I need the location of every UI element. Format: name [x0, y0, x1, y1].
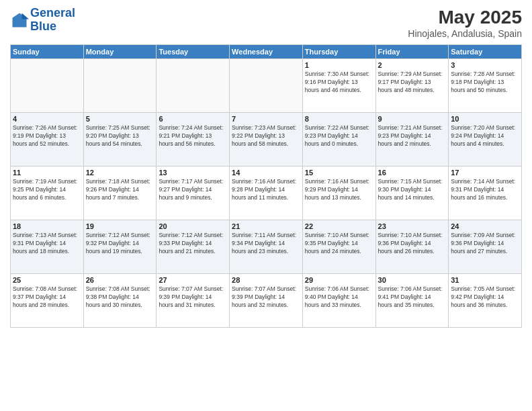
day-info: Sunrise: 7:06 AM Sunset: 9:40 PM Dayligh… — [305, 285, 373, 310]
day-info: Sunrise: 7:07 AM Sunset: 9:39 PM Dayligh… — [159, 285, 227, 310]
calendar-cell: 9Sunrise: 7:21 AM Sunset: 9:23 PM Daylig… — [375, 113, 449, 167]
day-header-thursday: Thursday — [302, 45, 375, 59]
day-number: 19 — [86, 222, 154, 230]
day-info: Sunrise: 7:17 AM Sunset: 9:27 PM Dayligh… — [159, 178, 227, 202]
logo-text: General Blue — [30, 7, 75, 34]
day-header-friday: Friday — [375, 45, 449, 59]
calendar-table: SundayMondayTuesdayWednesdayThursdayFrid… — [10, 44, 522, 328]
calendar-cell: 2Sunrise: 7:29 AM Sunset: 9:17 PM Daylig… — [375, 59, 449, 113]
calendar-cell: 20Sunrise: 7:12 AM Sunset: 9:33 PM Dayli… — [157, 220, 230, 274]
day-number: 28 — [232, 276, 300, 284]
calendar-cell — [157, 59, 230, 113]
calendar-cell: 4Sunrise: 7:26 AM Sunset: 9:19 PM Daylig… — [11, 113, 84, 167]
calendar-cell: 24Sunrise: 7:09 AM Sunset: 9:36 PM Dayli… — [449, 220, 522, 274]
day-info: Sunrise: 7:28 AM Sunset: 9:18 PM Dayligh… — [451, 71, 519, 95]
day-number: 22 — [305, 222, 373, 230]
day-number: 2 — [378, 61, 447, 69]
day-number: 7 — [232, 115, 300, 123]
day-number: 1 — [305, 61, 373, 69]
calendar-cell: 1Sunrise: 7:30 AM Sunset: 9:16 PM Daylig… — [302, 59, 375, 113]
logo-icon — [10, 11, 29, 30]
day-info: Sunrise: 7:06 AM Sunset: 9:41 PM Dayligh… — [378, 285, 447, 310]
day-info: Sunrise: 7:08 AM Sunset: 9:38 PM Dayligh… — [86, 285, 154, 310]
day-header-tuesday: Tuesday — [157, 45, 230, 59]
day-info: Sunrise: 7:29 AM Sunset: 9:17 PM Dayligh… — [378, 71, 447, 95]
calendar-cell: 25Sunrise: 7:08 AM Sunset: 9:37 PM Dayli… — [11, 274, 84, 328]
day-number: 6 — [159, 115, 227, 123]
day-number: 14 — [232, 169, 300, 177]
day-info: Sunrise: 7:11 AM Sunset: 9:34 PM Dayligh… — [232, 232, 300, 256]
day-number: 27 — [159, 276, 227, 284]
day-number: 11 — [13, 169, 81, 177]
calendar-cell: 29Sunrise: 7:06 AM Sunset: 9:40 PM Dayli… — [302, 274, 375, 328]
day-header-sunday: Sunday — [11, 45, 84, 59]
calendar-cell: 31Sunrise: 7:05 AM Sunset: 9:42 PM Dayli… — [449, 274, 522, 328]
day-info: Sunrise: 7:08 AM Sunset: 9:37 PM Dayligh… — [13, 285, 81, 310]
calendar-cell — [83, 59, 157, 113]
logo: General Blue — [10, 7, 75, 34]
calendar-cell: 5Sunrise: 7:25 AM Sunset: 9:20 PM Daylig… — [83, 113, 157, 167]
day-info: Sunrise: 7:15 AM Sunset: 9:30 PM Dayligh… — [378, 178, 447, 202]
calendar-week-2: 11Sunrise: 7:19 AM Sunset: 9:25 PM Dayli… — [11, 167, 522, 220]
calendar-cell — [230, 59, 303, 113]
calendar-week-4: 25Sunrise: 7:08 AM Sunset: 9:37 PM Dayli… — [11, 274, 522, 328]
day-number: 8 — [305, 115, 373, 123]
day-info: Sunrise: 7:23 AM Sunset: 9:22 PM Dayligh… — [232, 124, 300, 148]
month-title: May 2025 — [408, 7, 522, 28]
day-number: 25 — [13, 276, 81, 284]
calendar-cell: 16Sunrise: 7:15 AM Sunset: 9:30 PM Dayli… — [375, 167, 449, 220]
calendar-week-3: 18Sunrise: 7:13 AM Sunset: 9:31 PM Dayli… — [11, 220, 522, 274]
day-info: Sunrise: 7:13 AM Sunset: 9:31 PM Dayligh… — [13, 232, 81, 256]
logo-line1: General — [30, 7, 75, 20]
day-info: Sunrise: 7:19 AM Sunset: 9:25 PM Dayligh… — [13, 178, 81, 202]
calendar-cell: 3Sunrise: 7:28 AM Sunset: 9:18 PM Daylig… — [449, 59, 522, 113]
day-number: 20 — [159, 222, 227, 230]
calendar-week-0: 1Sunrise: 7:30 AM Sunset: 9:16 PM Daylig… — [11, 59, 522, 113]
logo-line2: Blue — [30, 20, 75, 34]
header-row: SundayMondayTuesdayWednesdayThursdayFrid… — [11, 45, 522, 59]
calendar-cell: 12Sunrise: 7:18 AM Sunset: 9:26 PM Dayli… — [83, 167, 157, 220]
day-info: Sunrise: 7:12 AM Sunset: 9:33 PM Dayligh… — [159, 232, 227, 256]
calendar-cell: 17Sunrise: 7:14 AM Sunset: 9:31 PM Dayli… — [449, 167, 522, 220]
day-header-monday: Monday — [83, 45, 157, 59]
day-header-wednesday: Wednesday — [230, 45, 303, 59]
calendar-cell: 19Sunrise: 7:12 AM Sunset: 9:32 PM Dayli… — [83, 220, 157, 274]
day-number: 30 — [378, 276, 447, 284]
calendar-cell: 27Sunrise: 7:07 AM Sunset: 9:39 PM Dayli… — [157, 274, 230, 328]
svg-marker-0 — [13, 13, 27, 27]
day-number: 3 — [451, 61, 519, 69]
day-number: 4 — [13, 115, 81, 123]
day-info: Sunrise: 7:25 AM Sunset: 9:20 PM Dayligh… — [86, 124, 154, 148]
day-number: 23 — [378, 222, 447, 230]
day-info: Sunrise: 7:30 AM Sunset: 9:16 PM Dayligh… — [305, 71, 373, 95]
title-block: May 2025 Hinojales, Andalusia, Spain — [408, 7, 522, 39]
day-number: 15 — [305, 169, 373, 177]
day-number: 9 — [378, 115, 447, 123]
day-info: Sunrise: 7:16 AM Sunset: 9:28 PM Dayligh… — [232, 178, 300, 202]
calendar-cell: 10Sunrise: 7:20 AM Sunset: 9:24 PM Dayli… — [449, 113, 522, 167]
calendar-cell: 15Sunrise: 7:16 AM Sunset: 9:29 PM Dayli… — [302, 167, 375, 220]
svg-marker-1 — [22, 13, 30, 19]
calendar-cell: 11Sunrise: 7:19 AM Sunset: 9:25 PM Dayli… — [11, 167, 84, 220]
day-info: Sunrise: 7:10 AM Sunset: 9:35 PM Dayligh… — [305, 232, 373, 256]
day-info: Sunrise: 7:05 AM Sunset: 9:42 PM Dayligh… — [451, 285, 519, 310]
day-info: Sunrise: 7:16 AM Sunset: 9:29 PM Dayligh… — [305, 178, 373, 202]
day-info: Sunrise: 7:18 AM Sunset: 9:26 PM Dayligh… — [86, 178, 154, 202]
day-info: Sunrise: 7:10 AM Sunset: 9:36 PM Dayligh… — [378, 232, 447, 256]
calendar-cell: 26Sunrise: 7:08 AM Sunset: 9:38 PM Dayli… — [83, 274, 157, 328]
day-number: 10 — [451, 115, 519, 123]
day-info: Sunrise: 7:21 AM Sunset: 9:23 PM Dayligh… — [378, 124, 447, 148]
day-info: Sunrise: 7:26 AM Sunset: 9:19 PM Dayligh… — [13, 124, 81, 148]
day-info: Sunrise: 7:09 AM Sunset: 9:36 PM Dayligh… — [451, 232, 519, 256]
calendar-cell: 13Sunrise: 7:17 AM Sunset: 9:27 PM Dayli… — [157, 167, 230, 220]
day-info: Sunrise: 7:12 AM Sunset: 9:32 PM Dayligh… — [86, 232, 154, 256]
day-number: 31 — [451, 276, 519, 284]
day-info: Sunrise: 7:20 AM Sunset: 9:24 PM Dayligh… — [451, 124, 519, 148]
page: General Blue May 2025 Hinojales, Andalus… — [0, 0, 532, 411]
day-number: 26 — [86, 276, 154, 284]
day-number: 17 — [451, 169, 519, 177]
day-number: 12 — [86, 169, 154, 177]
day-number: 13 — [159, 169, 227, 177]
calendar-cell: 18Sunrise: 7:13 AM Sunset: 9:31 PM Dayli… — [11, 220, 84, 274]
day-number: 5 — [86, 115, 154, 123]
